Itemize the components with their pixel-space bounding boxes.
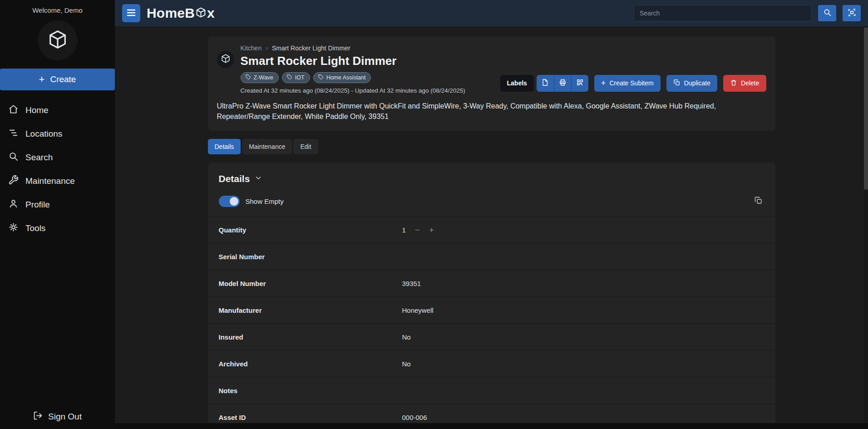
detail-label: Quantity: [219, 226, 402, 234]
app-title: HomeB x: [147, 5, 215, 21]
sidebar: Welcome, Demo + Create Ho: [0, 0, 115, 429]
content-container: Kitchen › Smart Rocker Light Dimmer Smar…: [208, 36, 775, 423]
content-area: Kitchen › Smart Rocker Light Dimmer Smar…: [115, 26, 868, 423]
created-updated-meta: Created At 32 minutes ago (08/24/2025) -…: [241, 87, 500, 94]
tab-bar: Details Maintenance Edit: [208, 139, 775, 154]
sidebar-item-maintenance[interactable]: Maintenance: [0, 169, 115, 193]
qr-scan-icon: [848, 8, 856, 18]
trash-icon: [730, 79, 737, 88]
search-input[interactable]: [634, 5, 812, 21]
logout-icon: [33, 411, 43, 423]
sidebar-item-label: Profile: [25, 200, 50, 210]
label-tags: Z-Wave IOT: [241, 72, 500, 83]
copy-icon: [673, 79, 681, 88]
detail-value: No: [402, 360, 764, 368]
quantity-value: 1: [402, 226, 406, 234]
label-tag[interactable]: IOT: [282, 72, 310, 83]
toggle-knob: [230, 197, 238, 206]
tab-maintenance[interactable]: Maintenance: [242, 139, 292, 154]
item-actions: Labels: [500, 75, 766, 92]
label-tag[interactable]: Z-Wave: [241, 72, 279, 83]
sidebar-item-label: Home: [25, 105, 49, 115]
delete-button[interactable]: Delete: [723, 75, 766, 92]
scrollbar[interactable]: [864, 26, 868, 423]
detail-label: Model Number: [219, 280, 402, 287]
home-icon: [8, 104, 19, 117]
detail-row-archived: Archived No: [208, 350, 775, 377]
scrollbar-thumb[interactable]: [864, 27, 868, 190]
scan-button[interactable]: [843, 5, 861, 21]
sidebar-item-tools[interactable]: Tools: [0, 217, 115, 240]
breadcrumb-parent[interactable]: Kitchen: [241, 44, 262, 52]
detail-label: Asset ID: [219, 414, 402, 421]
printer-button[interactable]: [554, 75, 571, 92]
search-icon: [823, 8, 832, 18]
hierarchy-icon: [8, 128, 19, 140]
detail-value: 39351: [402, 280, 764, 287]
quantity-increment-button[interactable]: +: [429, 226, 434, 234]
sign-out-button[interactable]: Sign Out: [0, 411, 115, 423]
detail-label: Serial Number: [219, 253, 402, 261]
search-icon: [8, 151, 19, 164]
tab-edit[interactable]: Edit: [293, 139, 318, 154]
sidebar-item-label: Locations: [25, 129, 62, 139]
copy-icon: [754, 196, 763, 206]
search-button[interactable]: [818, 5, 836, 21]
detail-row-model-number: Model Number 39351: [208, 270, 775, 296]
detail-row-insured: Insured No: [208, 323, 775, 350]
main-area: HomeB x: [115, 0, 868, 429]
chevron-right-icon: ›: [266, 44, 268, 52]
label-tag[interactable]: Home Assistant: [313, 72, 371, 83]
sidebar-item-profile[interactable]: Profile: [0, 193, 115, 217]
copy-details-button[interactable]: [752, 194, 764, 208]
sidebar-item-search[interactable]: Search: [0, 146, 115, 169]
box-cube-icon: [195, 5, 207, 21]
detail-row-notes: Notes: [208, 377, 775, 404]
show-empty-label: Show Empty: [246, 197, 284, 205]
detail-row-manufacturer: Manufacturer Honeywell: [208, 296, 775, 323]
detail-row-serial-number: Serial Number: [208, 243, 775, 270]
sidebar-item-home[interactable]: Home: [0, 99, 115, 122]
details-section-header[interactable]: Details: [219, 173, 764, 184]
labels-button[interactable]: Labels: [500, 75, 534, 92]
item-avatar: [217, 51, 234, 68]
detail-row-asset-id: Asset ID 000-006: [208, 404, 775, 423]
delete-label: Delete: [741, 79, 759, 87]
sidebar-nav: Home Locations Search: [0, 99, 115, 240]
labels-button-label: Labels: [507, 79, 527, 87]
wrench-icon: [8, 175, 19, 187]
tag-icon: [286, 74, 292, 81]
tab-details[interactable]: Details: [208, 139, 241, 154]
menu-button[interactable]: [122, 4, 140, 22]
app-root: Welcome, Demo + Create Ho: [0, 0, 868, 429]
detail-label: Manufacturer: [219, 306, 402, 314]
create-button-label: Create: [50, 74, 76, 84]
create-subitem-button[interactable]: + Create Subitem: [594, 75, 661, 92]
printer-icon: [559, 79, 567, 88]
create-button[interactable]: + Create: [0, 69, 115, 90]
breadcrumb-current: Smart Rocker Light Dimmer: [272, 44, 350, 52]
sidebar-logo: [0, 20, 115, 60]
box-cube-icon: [47, 29, 68, 52]
quantity-decrement-button[interactable]: −: [415, 226, 420, 234]
duplicate-button[interactable]: Duplicate: [666, 75, 717, 92]
brand-text-pre: HomeB: [147, 5, 195, 21]
sidebar-item-label: Maintenance: [25, 176, 75, 186]
detail-row-quantity: Quantity 1 − +: [208, 216, 775, 243]
qr-code-button[interactable]: [571, 75, 588, 92]
sidebar-item-locations[interactable]: Locations: [0, 122, 115, 146]
gear-icon: [8, 222, 19, 235]
show-empty-toggle[interactable]: [219, 196, 240, 207]
homebox-logo-circle: [38, 20, 78, 60]
detail-value: 000-006: [402, 414, 764, 421]
user-icon: [8, 198, 19, 211]
hamburger-icon: [126, 7, 137, 20]
topbar: HomeB x: [115, 0, 868, 26]
detail-label: Notes: [219, 387, 402, 394]
file-button[interactable]: [537, 75, 554, 92]
breadcrumb: Kitchen › Smart Rocker Light Dimmer: [241, 44, 766, 52]
create-subitem-label: Create Subitem: [609, 79, 653, 87]
item-icon-button-group: [537, 75, 588, 92]
label-tag-text: IOT: [295, 74, 305, 81]
box-cube-icon: [221, 54, 231, 65]
